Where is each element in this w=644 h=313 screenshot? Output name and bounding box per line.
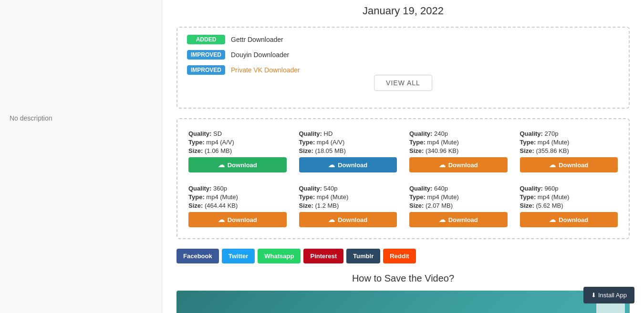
type-line: Type: mp4 (Mute) (188, 193, 287, 201)
download-card: Quality: 240p Type: mp4 (Mute) Size: (34… (405, 126, 511, 176)
view-all-button[interactable]: VIEW ALL (374, 75, 432, 91)
type-line: Type: mp4 (Mute) (520, 193, 618, 201)
download-card: Quality: 540p Type: mp4 (Mute) Size: (1.… (295, 181, 401, 231)
quality-line: Quality: HD (299, 130, 397, 137)
update-badge: IMPROVED (187, 50, 225, 60)
download-icon (549, 161, 556, 169)
download-button[interactable]: Download (520, 212, 618, 227)
download-button[interactable]: Download (409, 212, 508, 227)
size-line: Size: (1.06 MB) (188, 147, 287, 154)
social-button-reddit[interactable]: Reddit (383, 249, 415, 263)
quality-line: Quality: 960p (520, 185, 618, 192)
quality-line: Quality: 240p (409, 130, 508, 137)
view-all-container: VIEW ALL (187, 75, 619, 91)
download-icon (328, 161, 335, 169)
left-sidebar: No description (0, 0, 162, 313)
download-icon (439, 161, 446, 169)
download-icon (218, 161, 225, 169)
size-line: Size: (340.96 KB) (409, 147, 508, 154)
type-line: Type: mp4 (A/V) (299, 139, 397, 146)
download-icon (328, 216, 335, 223)
download-button[interactable]: Download (409, 157, 508, 172)
type-line: Type: mp4 (Mute) (520, 139, 618, 146)
quality-line: Quality: 540p (299, 185, 397, 192)
download-card: Quality: 270p Type: mp4 (Mute) Size: (35… (516, 126, 622, 176)
download-button[interactable]: Download (299, 157, 397, 172)
quality-line: Quality: SD (188, 130, 287, 137)
type-line: Type: mp4 (A/V) (188, 139, 287, 146)
size-line: Size: (2.07 MB) (409, 202, 508, 209)
social-button-twitter[interactable]: Twitter (222, 249, 255, 263)
download-button[interactable]: Download (299, 212, 397, 227)
social-button-tumblr[interactable]: Tumblr (346, 249, 380, 263)
main-content: January 19, 2022 ADDEDGettr DownloaderIM… (162, 0, 644, 313)
download-icon (218, 216, 225, 223)
download-card: Quality: HD Type: mp4 (A/V) Size: (18.05… (295, 126, 401, 176)
type-line: Type: mp4 (Mute) (409, 139, 508, 146)
download-grid: Quality: SD Type: mp4 (A/V) Size: (1.06 … (185, 126, 622, 231)
type-line: Type: mp4 (Mute) (299, 193, 397, 201)
social-button-whatsapp[interactable]: Whatsapp (258, 249, 301, 263)
size-line: Size: (5.62 MB) (520, 202, 618, 209)
quality-line: Quality: 360p (188, 185, 287, 192)
download-grid-wrapper: Quality: SD Type: mp4 (A/V) Size: (1.06 … (177, 118, 630, 239)
update-label[interactable]: Private VK Downloader (231, 66, 300, 74)
quality-line: Quality: 270p (520, 130, 618, 137)
size-line: Size: (18.05 MB) (299, 147, 397, 154)
download-button[interactable]: Download (188, 157, 287, 172)
download-card: Quality: 640p Type: mp4 (Mute) Size: (2.… (405, 181, 511, 231)
download-card: Quality: 960p Type: mp4 (Mute) Size: (5.… (516, 181, 622, 231)
update-badge: ADDED (187, 35, 225, 44)
download-button[interactable]: Download (520, 157, 618, 172)
update-label: Douyin Downloader (231, 51, 289, 59)
install-app-button[interactable]: ⬇ Install App (583, 287, 634, 303)
social-share-row: FacebookTwitterWhatsappPinterestTumblrRe… (177, 249, 630, 263)
size-line: Size: (355.86 KB) (520, 147, 618, 154)
how-to-heading: How to Save the Video? (177, 273, 630, 284)
download-icon (549, 216, 556, 223)
quality-line: Quality: 640p (409, 185, 508, 192)
social-button-pinterest[interactable]: Pinterest (303, 249, 343, 263)
update-badge: IMPROVED (187, 65, 225, 75)
download-icon (439, 216, 446, 223)
update-item: IMPROVEDPrivate VK Downloader (187, 65, 619, 75)
date-heading: January 19, 2022 (177, 5, 630, 17)
download-card: Quality: 360p Type: mp4 (Mute) Size: (46… (185, 181, 291, 231)
no-description: No description (10, 114, 52, 122)
updates-box: ADDEDGettr DownloaderIMPROVEDDouyin Down… (177, 27, 630, 109)
size-line: Size: (1.2 MB) (299, 202, 397, 209)
video-thumbnail (177, 291, 630, 313)
social-button-facebook[interactable]: Facebook (177, 249, 219, 263)
size-line: Size: (464.44 KB) (188, 202, 287, 209)
type-line: Type: mp4 (Mute) (409, 193, 508, 201)
update-item: ADDEDGettr Downloader (187, 35, 619, 44)
download-button[interactable]: Download (188, 212, 287, 227)
update-item: IMPROVEDDouyin Downloader (187, 50, 619, 60)
update-label: Gettr Downloader (231, 36, 283, 43)
download-card: Quality: SD Type: mp4 (A/V) Size: (1.06 … (185, 126, 291, 176)
